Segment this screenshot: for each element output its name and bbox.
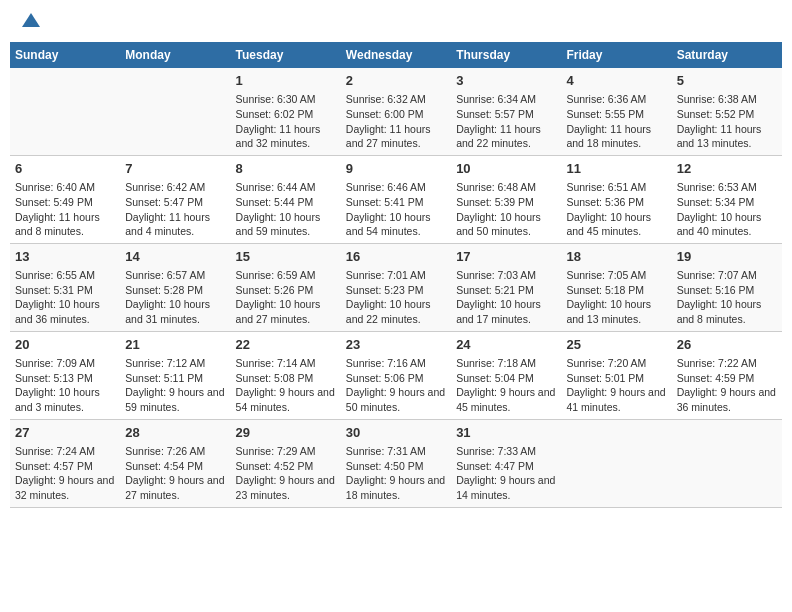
logo bbox=[20, 15, 40, 27]
calendar-cell: 5Sunrise: 6:38 AMSunset: 5:52 PMDaylight… bbox=[672, 68, 782, 155]
day-number: 8 bbox=[236, 160, 336, 178]
calendar-cell: 24Sunrise: 7:18 AMSunset: 5:04 PMDayligh… bbox=[451, 331, 561, 419]
day-info: Sunrise: 7:31 AMSunset: 4:50 PMDaylight:… bbox=[346, 444, 446, 503]
calendar-cell: 11Sunrise: 6:51 AMSunset: 5:36 PMDayligh… bbox=[561, 155, 671, 243]
day-header-friday: Friday bbox=[561, 42, 671, 68]
day-number: 22 bbox=[236, 336, 336, 354]
calendar-cell: 3Sunrise: 6:34 AMSunset: 5:57 PMDaylight… bbox=[451, 68, 561, 155]
day-number: 15 bbox=[236, 248, 336, 266]
day-number: 7 bbox=[125, 160, 225, 178]
day-number: 29 bbox=[236, 424, 336, 442]
calendar-cell: 16Sunrise: 7:01 AMSunset: 5:23 PMDayligh… bbox=[341, 243, 451, 331]
day-header-sunday: Sunday bbox=[10, 42, 120, 68]
calendar-cell: 15Sunrise: 6:59 AMSunset: 5:26 PMDayligh… bbox=[231, 243, 341, 331]
day-number: 24 bbox=[456, 336, 556, 354]
day-info: Sunrise: 7:05 AMSunset: 5:18 PMDaylight:… bbox=[566, 268, 666, 327]
day-number: 23 bbox=[346, 336, 446, 354]
day-number: 28 bbox=[125, 424, 225, 442]
day-info: Sunrise: 6:46 AMSunset: 5:41 PMDaylight:… bbox=[346, 180, 446, 239]
calendar-cell: 29Sunrise: 7:29 AMSunset: 4:52 PMDayligh… bbox=[231, 419, 341, 507]
day-header-saturday: Saturday bbox=[672, 42, 782, 68]
day-info: Sunrise: 7:24 AMSunset: 4:57 PMDaylight:… bbox=[15, 444, 115, 503]
calendar-cell bbox=[10, 68, 120, 155]
calendar-cell bbox=[672, 419, 782, 507]
day-number: 13 bbox=[15, 248, 115, 266]
day-number: 31 bbox=[456, 424, 556, 442]
day-number: 1 bbox=[236, 72, 336, 90]
day-number: 17 bbox=[456, 248, 556, 266]
day-number: 18 bbox=[566, 248, 666, 266]
calendar-cell: 22Sunrise: 7:14 AMSunset: 5:08 PMDayligh… bbox=[231, 331, 341, 419]
day-number: 2 bbox=[346, 72, 446, 90]
calendar-cell: 17Sunrise: 7:03 AMSunset: 5:21 PMDayligh… bbox=[451, 243, 561, 331]
week-row-5: 27Sunrise: 7:24 AMSunset: 4:57 PMDayligh… bbox=[10, 419, 782, 507]
week-row-3: 13Sunrise: 6:55 AMSunset: 5:31 PMDayligh… bbox=[10, 243, 782, 331]
day-info: Sunrise: 7:33 AMSunset: 4:47 PMDaylight:… bbox=[456, 444, 556, 503]
calendar-cell: 20Sunrise: 7:09 AMSunset: 5:13 PMDayligh… bbox=[10, 331, 120, 419]
day-info: Sunrise: 7:18 AMSunset: 5:04 PMDaylight:… bbox=[456, 356, 556, 415]
calendar-cell: 10Sunrise: 6:48 AMSunset: 5:39 PMDayligh… bbox=[451, 155, 561, 243]
day-header-thursday: Thursday bbox=[451, 42, 561, 68]
day-number: 5 bbox=[677, 72, 777, 90]
day-info: Sunrise: 7:01 AMSunset: 5:23 PMDaylight:… bbox=[346, 268, 446, 327]
calendar-cell: 31Sunrise: 7:33 AMSunset: 4:47 PMDayligh… bbox=[451, 419, 561, 507]
calendar-cell: 7Sunrise: 6:42 AMSunset: 5:47 PMDaylight… bbox=[120, 155, 230, 243]
day-info: Sunrise: 6:57 AMSunset: 5:28 PMDaylight:… bbox=[125, 268, 225, 327]
days-header-row: SundayMondayTuesdayWednesdayThursdayFrid… bbox=[10, 42, 782, 68]
day-number: 12 bbox=[677, 160, 777, 178]
day-number: 25 bbox=[566, 336, 666, 354]
day-number: 11 bbox=[566, 160, 666, 178]
day-info: Sunrise: 7:03 AMSunset: 5:21 PMDaylight:… bbox=[456, 268, 556, 327]
calendar-cell: 13Sunrise: 6:55 AMSunset: 5:31 PMDayligh… bbox=[10, 243, 120, 331]
day-info: Sunrise: 6:40 AMSunset: 5:49 PMDaylight:… bbox=[15, 180, 115, 239]
day-number: 3 bbox=[456, 72, 556, 90]
day-info: Sunrise: 6:32 AMSunset: 6:00 PMDaylight:… bbox=[346, 92, 446, 151]
calendar-cell: 28Sunrise: 7:26 AMSunset: 4:54 PMDayligh… bbox=[120, 419, 230, 507]
day-number: 21 bbox=[125, 336, 225, 354]
day-info: Sunrise: 6:36 AMSunset: 5:55 PMDaylight:… bbox=[566, 92, 666, 151]
calendar-cell: 12Sunrise: 6:53 AMSunset: 5:34 PMDayligh… bbox=[672, 155, 782, 243]
calendar-cell: 23Sunrise: 7:16 AMSunset: 5:06 PMDayligh… bbox=[341, 331, 451, 419]
calendar-cell: 26Sunrise: 7:22 AMSunset: 4:59 PMDayligh… bbox=[672, 331, 782, 419]
calendar-cell: 8Sunrise: 6:44 AMSunset: 5:44 PMDaylight… bbox=[231, 155, 341, 243]
day-number: 20 bbox=[15, 336, 115, 354]
day-info: Sunrise: 7:12 AMSunset: 5:11 PMDaylight:… bbox=[125, 356, 225, 415]
calendar-cell: 14Sunrise: 6:57 AMSunset: 5:28 PMDayligh… bbox=[120, 243, 230, 331]
week-row-4: 20Sunrise: 7:09 AMSunset: 5:13 PMDayligh… bbox=[10, 331, 782, 419]
calendar-cell: 4Sunrise: 6:36 AMSunset: 5:55 PMDaylight… bbox=[561, 68, 671, 155]
calendar-table: SundayMondayTuesdayWednesdayThursdayFrid… bbox=[10, 42, 782, 508]
day-info: Sunrise: 6:38 AMSunset: 5:52 PMDaylight:… bbox=[677, 92, 777, 151]
calendar-cell: 9Sunrise: 6:46 AMSunset: 5:41 PMDaylight… bbox=[341, 155, 451, 243]
calendar-cell: 25Sunrise: 7:20 AMSunset: 5:01 PMDayligh… bbox=[561, 331, 671, 419]
week-row-1: 1Sunrise: 6:30 AMSunset: 6:02 PMDaylight… bbox=[10, 68, 782, 155]
calendar-cell bbox=[120, 68, 230, 155]
day-info: Sunrise: 6:34 AMSunset: 5:57 PMDaylight:… bbox=[456, 92, 556, 151]
day-info: Sunrise: 6:44 AMSunset: 5:44 PMDaylight:… bbox=[236, 180, 336, 239]
calendar-cell: 19Sunrise: 7:07 AMSunset: 5:16 PMDayligh… bbox=[672, 243, 782, 331]
day-info: Sunrise: 7:09 AMSunset: 5:13 PMDaylight:… bbox=[15, 356, 115, 415]
day-info: Sunrise: 7:14 AMSunset: 5:08 PMDaylight:… bbox=[236, 356, 336, 415]
day-info: Sunrise: 6:55 AMSunset: 5:31 PMDaylight:… bbox=[15, 268, 115, 327]
day-number: 19 bbox=[677, 248, 777, 266]
calendar-cell: 1Sunrise: 6:30 AMSunset: 6:02 PMDaylight… bbox=[231, 68, 341, 155]
day-info: Sunrise: 6:53 AMSunset: 5:34 PMDaylight:… bbox=[677, 180, 777, 239]
page-header bbox=[10, 10, 782, 32]
day-info: Sunrise: 6:59 AMSunset: 5:26 PMDaylight:… bbox=[236, 268, 336, 327]
calendar-cell: 30Sunrise: 7:31 AMSunset: 4:50 PMDayligh… bbox=[341, 419, 451, 507]
day-header-wednesday: Wednesday bbox=[341, 42, 451, 68]
calendar-cell: 6Sunrise: 6:40 AMSunset: 5:49 PMDaylight… bbox=[10, 155, 120, 243]
day-header-tuesday: Tuesday bbox=[231, 42, 341, 68]
day-info: Sunrise: 7:29 AMSunset: 4:52 PMDaylight:… bbox=[236, 444, 336, 503]
day-number: 10 bbox=[456, 160, 556, 178]
day-number: 14 bbox=[125, 248, 225, 266]
day-info: Sunrise: 6:42 AMSunset: 5:47 PMDaylight:… bbox=[125, 180, 225, 239]
day-number: 26 bbox=[677, 336, 777, 354]
day-info: Sunrise: 7:22 AMSunset: 4:59 PMDaylight:… bbox=[677, 356, 777, 415]
svg-marker-0 bbox=[22, 13, 40, 27]
week-row-2: 6Sunrise: 6:40 AMSunset: 5:49 PMDaylight… bbox=[10, 155, 782, 243]
day-info: Sunrise: 6:48 AMSunset: 5:39 PMDaylight:… bbox=[456, 180, 556, 239]
day-info: Sunrise: 7:16 AMSunset: 5:06 PMDaylight:… bbox=[346, 356, 446, 415]
day-number: 6 bbox=[15, 160, 115, 178]
day-number: 16 bbox=[346, 248, 446, 266]
calendar-cell: 18Sunrise: 7:05 AMSunset: 5:18 PMDayligh… bbox=[561, 243, 671, 331]
